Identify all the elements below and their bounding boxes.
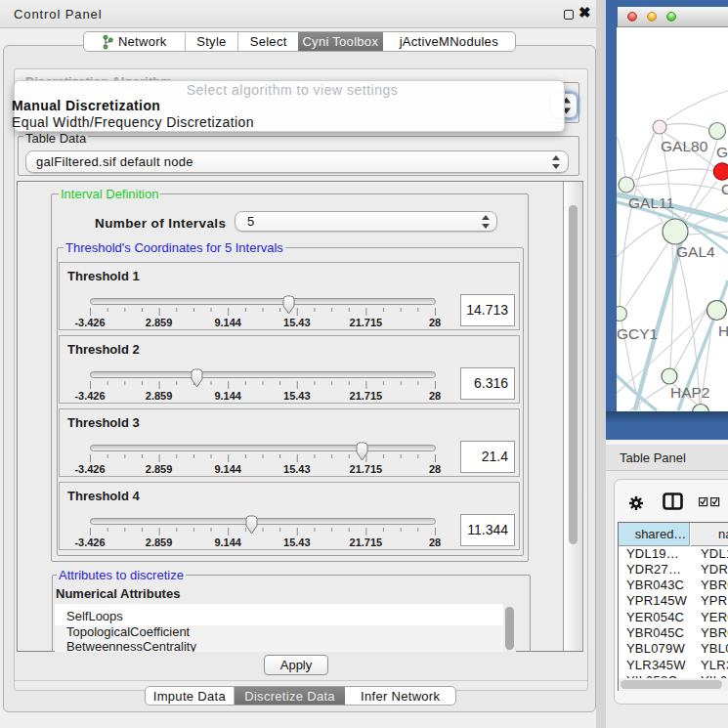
svg-text:G…: G… xyxy=(716,144,728,160)
svg-text:H: H xyxy=(718,322,728,339)
svg-text:GAL4: GAL4 xyxy=(676,243,715,260)
svg-text:GAL11: GAL11 xyxy=(628,194,674,211)
svg-text:GCY1: GCY1 xyxy=(617,325,658,342)
svg-text:GAL80: GAL80 xyxy=(661,138,708,154)
svg-text:C: C xyxy=(721,181,728,197)
svg-text:HAP2: HAP2 xyxy=(670,384,710,401)
